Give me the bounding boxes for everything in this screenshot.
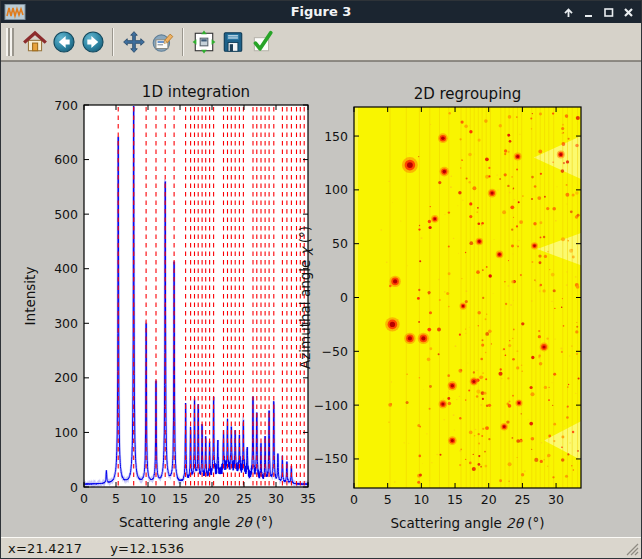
diffraction-spot [563, 162, 565, 164]
diffraction-spot [503, 348, 505, 350]
diffraction-spot [571, 465, 573, 467]
diffraction-spot [521, 473, 524, 476]
diffraction-spot [477, 207, 479, 209]
plot-canvas[interactable]: 0510152025303501002003004005006007001D i… [1, 62, 642, 540]
diffraction-spot [561, 458, 565, 462]
diffraction-spot [484, 451, 486, 453]
diffraction-spot [465, 300, 468, 303]
diffraction-spot [548, 387, 549, 388]
diffraction-spot [531, 449, 532, 450]
2d-plot-area[interactable] [354, 107, 581, 488]
diffraction-spot [505, 303, 507, 305]
diffraction-spot [567, 406, 569, 408]
diffraction-spot [576, 353, 578, 355]
diffraction-spot [439, 454, 441, 456]
diffraction-spot [473, 454, 474, 455]
minimize-icon [582, 6, 595, 19]
diffraction-spot [538, 335, 541, 338]
back-button[interactable] [50, 27, 77, 57]
diffraction-spot [513, 217, 514, 218]
diffraction-spot [566, 184, 568, 186]
save-button[interactable] [219, 27, 246, 57]
diffraction-spot [461, 121, 464, 124]
customize-button[interactable] [149, 27, 176, 57]
diffraction-spot [469, 462, 472, 465]
home-button[interactable] [21, 27, 48, 57]
toolbar-grip[interactable] [6, 28, 14, 56]
diffraction-spot [568, 138, 570, 140]
major-spot-core [478, 240, 481, 243]
diffraction-spot [468, 181, 470, 183]
diffraction-spot [508, 151, 510, 153]
diffraction-spot [460, 167, 462, 169]
diffraction-spot [540, 284, 543, 287]
diffraction-spot [542, 289, 545, 292]
diffraction-spot [469, 431, 473, 435]
diffraction-spot [565, 114, 569, 118]
diffraction-spot [572, 194, 575, 197]
diffraction-spot [499, 479, 502, 482]
diffraction-spot [469, 215, 472, 218]
figure-canvas[interactable]: 0510152025303501002003004005006007001D i… [1, 61, 642, 539]
diffraction-spot [508, 404, 512, 408]
pan-button[interactable] [120, 27, 147, 57]
diffraction-spot [567, 240, 569, 242]
y-tick-label: −100 [314, 398, 348, 413]
diffraction-spot [562, 133, 564, 135]
diffraction-spot [565, 475, 568, 478]
diffraction-spot [518, 201, 520, 203]
diffraction-spot [483, 372, 484, 373]
diffraction-spot [578, 378, 580, 380]
forward-button[interactable] [79, 27, 106, 57]
diffraction-spot [473, 371, 475, 373]
diffraction-spot [469, 241, 473, 245]
2d-yaxis-label: Azimuthal angle χ (°) [297, 226, 313, 369]
diffraction-spot [562, 124, 564, 126]
x-tick-label: 30 [268, 491, 284, 506]
diffraction-spot [388, 403, 392, 407]
diffraction-spot [476, 211, 478, 213]
toolbar-separator [112, 28, 114, 56]
diffraction-spot [513, 329, 515, 331]
diffraction-spot [561, 306, 562, 307]
diffraction-spot [538, 330, 540, 332]
x-tick-label: 10 [413, 492, 429, 507]
diffraction-spot [447, 397, 450, 400]
diffraction-spot [484, 119, 488, 123]
diffraction-spot [510, 205, 514, 209]
diffraction-spot [498, 372, 502, 376]
diffraction-spot [577, 214, 580, 217]
configure-subplots-button[interactable] [190, 27, 217, 57]
diffraction-spot [544, 459, 545, 460]
resize-grip[interactable] [624, 541, 639, 556]
diffraction-spot [472, 467, 476, 471]
close-button[interactable] [620, 4, 637, 21]
diffraction-spot [519, 220, 523, 224]
diffraction-spot [567, 386, 569, 388]
diffraction-spot [448, 246, 450, 248]
diffraction-spot [508, 260, 509, 261]
diffraction-spot [530, 392, 534, 396]
diffraction-spot [552, 405, 553, 406]
diffraction-spot [485, 175, 489, 179]
y-tick-label: 600 [54, 152, 78, 167]
diffraction-spot [511, 176, 512, 177]
diffraction-spot [534, 279, 535, 280]
diffraction-spot [480, 358, 483, 361]
diffraction-spot [438, 353, 440, 355]
major-spot-core [498, 253, 501, 256]
shade-button[interactable] [560, 4, 577, 21]
diffraction-spot [504, 153, 506, 155]
diffraction-spot [478, 443, 480, 445]
2d-plot-title: 2D regrouping [414, 85, 522, 103]
minimize-button[interactable] [580, 4, 597, 21]
maximize-button[interactable] [600, 4, 617, 21]
major-spot-core [462, 305, 465, 308]
title-bar[interactable]: Figure 3 [1, 1, 641, 23]
diffraction-spot [548, 399, 550, 401]
apply-button[interactable] [248, 27, 275, 57]
y-tick-label: 700 [54, 98, 78, 113]
diffraction-spot [459, 464, 461, 466]
diffraction-spot [575, 330, 578, 333]
diffraction-spot [481, 344, 484, 347]
